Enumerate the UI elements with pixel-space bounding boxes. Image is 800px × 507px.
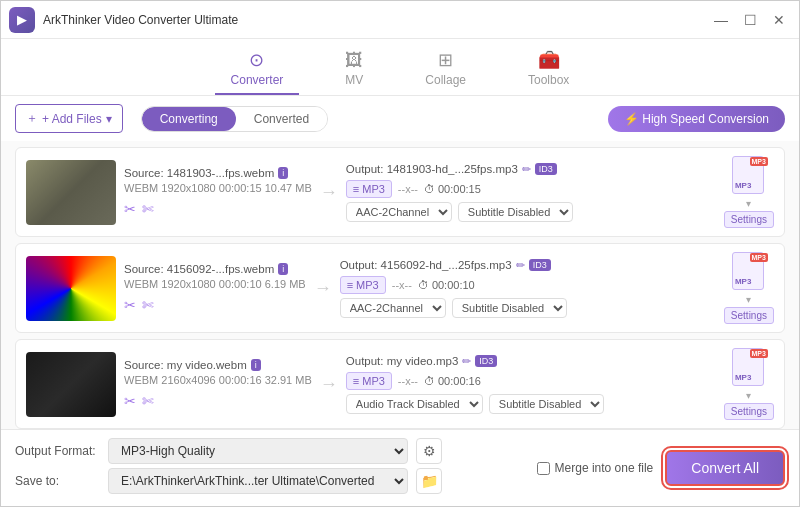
tab-switcher: Converting Converted bbox=[141, 106, 328, 132]
file-icon-0: MP3 MP3 bbox=[732, 156, 766, 196]
output-row-1: ≡ MP3 --x-- ⏱ 00:00:10 bbox=[340, 276, 716, 294]
chevron-down-icon-2[interactable]: ▾ bbox=[746, 390, 751, 401]
audio-track-select-2[interactable]: Audio Track Disabled bbox=[346, 394, 483, 414]
scissors-icon-2[interactable]: ✄ bbox=[142, 393, 154, 409]
cut-icon-0[interactable]: ✂ bbox=[124, 201, 136, 217]
info-badge-1[interactable]: i bbox=[278, 263, 288, 275]
info-badge-2[interactable]: i bbox=[251, 359, 261, 371]
edit-icon-0[interactable]: ✏ bbox=[522, 163, 531, 176]
file-icon-1: MP3 MP3 bbox=[732, 252, 766, 292]
high-speed-button[interactable]: ⚡ High Speed Conversion bbox=[608, 106, 785, 132]
file-info-1: Source: 4156092-...fps.webm i WEBM 1920x… bbox=[124, 263, 306, 313]
add-files-button[interactable]: ＋ + Add Files ▾ bbox=[15, 104, 123, 133]
table-row: Source: 4156092-...fps.webm i WEBM 1920x… bbox=[15, 243, 785, 333]
folder-icon-btn[interactable]: 📁 bbox=[416, 468, 442, 494]
output-format-badge-0: ≡ MP3 bbox=[346, 180, 392, 198]
subtitle-select-2[interactable]: Subtitle Disabled bbox=[489, 394, 604, 414]
toolbar: ＋ + Add Files ▾ Converting Converted ⚡ H… bbox=[1, 96, 799, 141]
close-btn[interactable]: ✕ bbox=[767, 10, 791, 30]
converter-icon: ⊙ bbox=[249, 49, 264, 71]
tab-toolbox[interactable]: 🧰 Toolbox bbox=[512, 45, 585, 95]
output-info-badge-2[interactable]: ID3 bbox=[475, 355, 497, 367]
convert-all-button[interactable]: Convert All bbox=[665, 450, 785, 486]
save-to-row: Save to: E:\ArkThinker\ArkThink...ter Ul… bbox=[15, 468, 519, 494]
thumbnail-1 bbox=[26, 256, 116, 321]
cut-icon-2[interactable]: ✂ bbox=[124, 393, 136, 409]
audio-track-select-1[interactable]: AAC-2Channel bbox=[340, 298, 446, 318]
app-logo: ▶ bbox=[9, 7, 35, 33]
file-icon-2: MP3 MP3 bbox=[732, 348, 766, 388]
scissors-icon-1[interactable]: ✄ bbox=[142, 297, 154, 313]
table-row: Source: my video.webm i WEBM 2160x4096 0… bbox=[15, 339, 785, 429]
settings-button-1[interactable]: Settings bbox=[724, 307, 774, 324]
file-meta-0: WEBM 1920x1080 00:00:15 10.47 MB bbox=[124, 182, 312, 194]
collage-icon: ⊞ bbox=[438, 49, 453, 71]
merge-checkbox[interactable] bbox=[537, 462, 550, 475]
clock-icon-2: ⏱ bbox=[424, 375, 435, 387]
source-name-2: Source: my video.webm i bbox=[124, 359, 312, 371]
output-name-0: Output: 1481903-hd_...25fps.mp3 ✏ ID3 bbox=[346, 163, 716, 176]
audio-row-1: AAC-2Channel Subtitle Disabled bbox=[340, 298, 716, 318]
tab-converter[interactable]: ⊙ Converter bbox=[215, 45, 300, 95]
file-output-2: Output: my video.mp3 ✏ ID3 ≡ MP3 --x-- ⏱… bbox=[346, 355, 716, 414]
app-title: ArkThinker Video Converter Ultimate bbox=[43, 13, 708, 27]
table-row: Source: 1481903-...fps.webm i WEBM 1920x… bbox=[15, 147, 785, 237]
edit-icon-1[interactable]: ✏ bbox=[516, 259, 525, 272]
merge-checkbox-row: Merge into one file bbox=[537, 461, 654, 475]
audio-row-2: Audio Track Disabled Subtitle Disabled bbox=[346, 394, 716, 414]
info-badge-0[interactable]: i bbox=[278, 167, 288, 179]
chevron-down-icon-0[interactable]: ▾ bbox=[746, 198, 751, 209]
arrow-right-1: → bbox=[314, 278, 332, 299]
edit-icon-2[interactable]: ✏ bbox=[462, 355, 471, 368]
audio-row-0: AAC-2Channel Subtitle Disabled bbox=[346, 202, 716, 222]
settings-button-0[interactable]: Settings bbox=[724, 211, 774, 228]
settings-panel-2: MP3 MP3 ▾ Settings bbox=[724, 348, 774, 420]
tab-mv[interactable]: 🖼 MV bbox=[329, 46, 379, 95]
save-to-select[interactable]: E:\ArkThinker\ArkThink...ter Ultimate\Co… bbox=[108, 468, 408, 494]
cut-icon-1[interactable]: ✂ bbox=[124, 297, 136, 313]
nav-tabs: ⊙ Converter 🖼 MV ⊞ Collage 🧰 Toolbox bbox=[1, 39, 799, 96]
file-meta-1: WEBM 1920x1080 00:00:10 6.19 MB bbox=[124, 278, 306, 290]
toolbox-icon: 🧰 bbox=[538, 49, 560, 71]
file-list: Source: 1481903-...fps.webm i WEBM 1920x… bbox=[1, 141, 799, 429]
file-actions-0: ✂ ✄ bbox=[124, 201, 312, 217]
file-info-0: Source: 1481903-...fps.webm i WEBM 1920x… bbox=[124, 167, 312, 217]
output-format-select[interactable]: MP3-High Quality bbox=[108, 438, 408, 464]
maximize-btn[interactable]: ☐ bbox=[738, 10, 763, 30]
thumbnail-2 bbox=[26, 352, 116, 417]
source-name-0: Source: 1481903-...fps.webm i bbox=[124, 167, 312, 179]
tab-collage[interactable]: ⊞ Collage bbox=[409, 45, 482, 95]
merge-label: Merge into one file bbox=[555, 461, 654, 475]
converted-tab-btn[interactable]: Converted bbox=[236, 107, 327, 131]
output-name-2: Output: my video.mp3 ✏ ID3 bbox=[346, 355, 716, 368]
output-info-badge-0[interactable]: ID3 bbox=[535, 163, 557, 175]
converting-tab-btn[interactable]: Converting bbox=[142, 107, 236, 131]
minimize-btn[interactable]: — bbox=[708, 10, 734, 30]
dropdown-arrow-icon: ▾ bbox=[106, 112, 112, 126]
file-meta-2: WEBM 2160x4096 00:00:16 32.91 MB bbox=[124, 374, 312, 386]
scissors-icon-0[interactable]: ✄ bbox=[142, 201, 154, 217]
file-output-1: Output: 4156092-hd_...25fps.mp3 ✏ ID3 ≡ … bbox=[340, 259, 716, 318]
format-settings-icon-btn[interactable]: ⚙ bbox=[416, 438, 442, 464]
subtitle-select-1[interactable]: Subtitle Disabled bbox=[452, 298, 567, 318]
settings-button-2[interactable]: Settings bbox=[724, 403, 774, 420]
clock-icon-1: ⏱ bbox=[418, 279, 429, 291]
arrow-right-0: → bbox=[320, 182, 338, 203]
bottom-fields: Output Format: MP3-High Quality ⚙ Save t… bbox=[15, 438, 519, 498]
output-format-badge-2: ≡ MP3 bbox=[346, 372, 392, 390]
arrow-right-2: → bbox=[320, 374, 338, 395]
settings-panel-0: MP3 MP3 ▾ Settings bbox=[724, 156, 774, 228]
save-to-label: Save to: bbox=[15, 474, 100, 488]
file-actions-1: ✂ ✄ bbox=[124, 297, 306, 313]
window-controls: — ☐ ✕ bbox=[708, 10, 791, 30]
mv-icon: 🖼 bbox=[345, 50, 363, 71]
output-format-row: Output Format: MP3-High Quality ⚙ bbox=[15, 438, 519, 464]
plus-icon: ＋ bbox=[26, 110, 38, 127]
file-actions-2: ✂ ✄ bbox=[124, 393, 312, 409]
audio-track-select-0[interactable]: AAC-2Channel bbox=[346, 202, 452, 222]
subtitle-select-0[interactable]: Subtitle Disabled bbox=[458, 202, 573, 222]
thumbnail-0 bbox=[26, 160, 116, 225]
output-info-badge-1[interactable]: ID3 bbox=[529, 259, 551, 271]
chevron-down-icon-1[interactable]: ▾ bbox=[746, 294, 751, 305]
file-output-0: Output: 1481903-hd_...25fps.mp3 ✏ ID3 ≡ … bbox=[346, 163, 716, 222]
